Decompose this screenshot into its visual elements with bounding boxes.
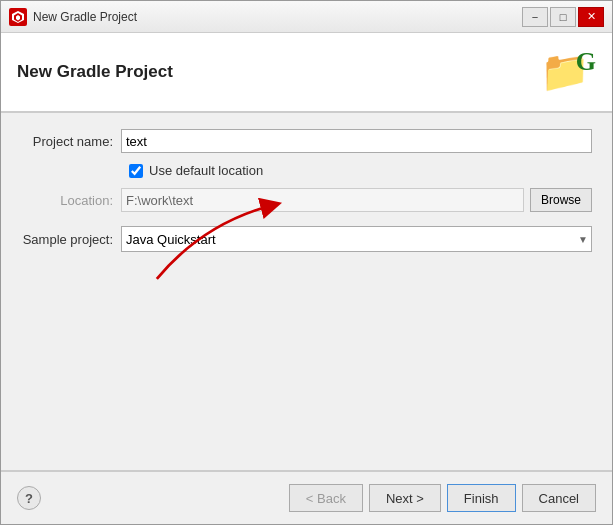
use-default-location-checkbox[interactable] [129,164,143,178]
title-bar-text: New Gradle Project [33,10,522,24]
location-label: Location: [21,193,121,208]
use-default-location-row: Use default location [129,163,592,178]
gradle-g-icon: G [576,47,596,77]
location-row: Location: Browse [21,188,592,212]
window: New Gradle Project − □ ✕ New Gradle Proj… [0,0,613,525]
browse-button[interactable]: Browse [530,188,592,212]
help-button[interactable]: ? [17,486,41,510]
sample-project-select[interactable]: Java Quickstart [121,226,592,252]
navigation-buttons: < Back Next > Finish Cancel [289,484,596,512]
dialog-title: New Gradle Project [17,62,173,82]
dialog-footer: ? < Back Next > Finish Cancel [1,470,612,524]
project-name-label: Project name: [21,134,121,149]
app-icon [9,8,27,26]
location-input [121,188,524,212]
cancel-button[interactable]: Cancel [522,484,596,512]
sample-project-select-wrapper: Java Quickstart ▼ [121,226,592,252]
next-button[interactable]: Next > [369,484,441,512]
dialog-header: New Gradle Project 📁 G [1,33,612,113]
sample-project-label: Sample project: [21,232,121,247]
finish-button[interactable]: Finish [447,484,516,512]
window-controls: − □ ✕ [522,7,604,27]
project-name-row: Project name: [21,129,592,153]
project-name-input[interactable] [121,129,592,153]
maximize-button[interactable]: □ [550,7,576,27]
content-area: Project name: Use default location Locat… [1,113,612,470]
title-bar: New Gradle Project − □ ✕ [1,1,612,33]
close-button[interactable]: ✕ [578,7,604,27]
sample-project-row: Sample project: Java Quickstart ▼ [21,226,592,252]
header-icon-area: 📁 G [540,47,596,97]
back-button[interactable]: < Back [289,484,363,512]
minimize-button[interactable]: − [522,7,548,27]
use-default-location-label: Use default location [149,163,263,178]
